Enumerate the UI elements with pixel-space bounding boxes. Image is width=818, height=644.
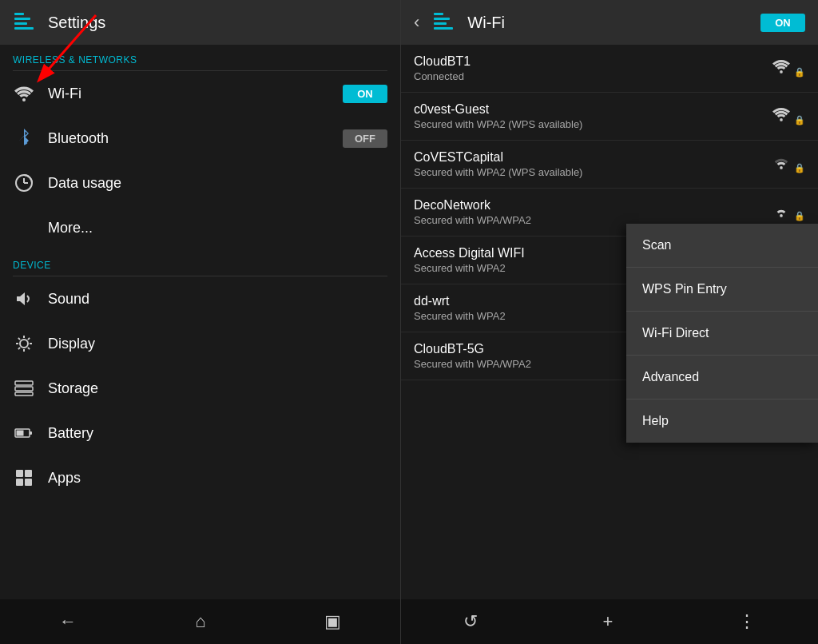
bluetooth-label: Bluetooth	[48, 130, 330, 147]
svg-rect-20	[15, 381, 33, 385]
wifi-back-button[interactable]: ‹	[414, 12, 419, 33]
svg-rect-31	[434, 18, 450, 20]
left-home-button[interactable]: ⌂	[179, 605, 221, 638]
svg-rect-24	[30, 431, 32, 435]
data-usage-label: Data usage	[48, 175, 387, 192]
svg-line-17	[28, 348, 30, 349]
svg-rect-3	[14, 27, 34, 30]
settings-header-icon	[13, 10, 38, 35]
network-covest-guest[interactable]: c0vest-Guest Secured with WPA2 (WPS avai…	[401, 93, 818, 141]
network-status: Connected	[414, 70, 805, 82]
settings-title: Settings	[48, 14, 105, 32]
network-name: c0vest-Guest	[414, 102, 805, 117]
svg-rect-33	[434, 27, 453, 30]
network-cloudbt1[interactable]: CloudBT1 Connected 🔒	[401, 45, 818, 93]
network-name: CoVESTCapital	[414, 150, 805, 165]
svg-rect-2	[14, 22, 27, 25]
svg-rect-30	[434, 13, 443, 15]
storage-label: Storage	[48, 380, 387, 397]
menu-wifi-direct[interactable]: Wi-Fi Direct	[626, 312, 818, 356]
svg-rect-0	[14, 13, 24, 15]
wireless-section: WIRELESS & NETWORKS Wi-Fi ON	[0, 45, 400, 250]
sound-label: Sound	[48, 291, 387, 308]
menu-scan[interactable]: Scan	[626, 224, 818, 268]
sound-icon	[13, 288, 35, 310]
right-nav-bar: ↺ + ⋮	[401, 599, 818, 644]
device-section-label: DEVICE	[0, 250, 400, 276]
more-icon	[13, 217, 35, 239]
svg-rect-32	[434, 22, 447, 25]
svg-rect-26	[16, 470, 23, 477]
wifi-header-icon	[432, 10, 458, 35]
left-recent-button[interactable]: ▣	[308, 605, 357, 638]
bluetooth-icon	[13, 127, 35, 149]
signal-icon: 🔒	[772, 58, 805, 78]
svg-line-16	[18, 338, 20, 340]
battery-item[interactable]: Battery	[0, 411, 400, 455]
svg-point-35	[780, 118, 783, 121]
svg-point-34	[780, 70, 783, 74]
svg-rect-21	[15, 387, 33, 391]
signal-icon: 🔒	[772, 106, 805, 126]
menu-help[interactable]: Help	[626, 400, 818, 443]
left-nav-bar: ← ⌂ ▣	[0, 599, 400, 644]
display-item[interactable]: Display	[0, 321, 400, 366]
signal-icon: 🔒	[772, 202, 805, 222]
wifi-panel-title: Wi-Fi	[467, 14, 751, 32]
svg-point-36	[780, 166, 783, 169]
more-options-button[interactable]: ⋮	[725, 605, 768, 638]
svg-line-18	[28, 338, 30, 340]
apps-icon	[13, 467, 35, 489]
bluetooth-item[interactable]: Bluetooth OFF	[0, 116, 400, 161]
battery-icon	[13, 422, 35, 444]
wifi-header: ‹ Wi-Fi ON	[401, 0, 818, 45]
device-section: DEVICE Sound	[0, 250, 400, 500]
context-menu: Scan WPS Pin Entry Wi-Fi Direct Advanced…	[626, 224, 818, 443]
svg-rect-25	[17, 431, 24, 436]
svg-line-19	[18, 348, 20, 349]
add-network-button[interactable]: +	[590, 605, 626, 638]
svg-rect-27	[25, 470, 32, 477]
wifi-toggle[interactable]: ON	[343, 85, 387, 103]
battery-label: Battery	[48, 425, 387, 442]
network-status: Secured with WPA2 (WPS available)	[414, 118, 805, 130]
wifi-panel: ‹ Wi-Fi ON CloudBT1 Connected	[401, 0, 818, 644]
more-label: More...	[48, 220, 387, 237]
apps-label: Apps	[48, 470, 387, 487]
wifi-panel-toggle[interactable]: ON	[760, 14, 805, 32]
wifi-icon	[13, 82, 35, 105]
wifi-label: Wi-Fi	[48, 85, 330, 102]
more-item[interactable]: More...	[0, 205, 400, 250]
network-name: DecoNetwork	[414, 198, 805, 213]
svg-rect-22	[15, 392, 33, 396]
storage-icon	[13, 377, 35, 400]
settings-header: Settings	[0, 0, 400, 45]
display-icon	[13, 332, 35, 355]
svg-marker-10	[17, 292, 25, 305]
svg-rect-1	[14, 18, 30, 20]
svg-rect-28	[16, 479, 23, 486]
network-name: CloudBT1	[414, 54, 805, 69]
svg-point-4	[22, 98, 26, 101]
left-back-button[interactable]: ←	[43, 605, 93, 638]
display-label: Display	[48, 336, 387, 352]
bluetooth-toggle[interactable]: OFF	[343, 129, 387, 148]
network-status: Secured with WPA2 (WPS available)	[414, 166, 805, 178]
storage-item[interactable]: Storage	[0, 366, 400, 411]
wifi-item[interactable]: Wi-Fi ON	[0, 71, 400, 116]
menu-advanced[interactable]: Advanced	[626, 356, 818, 400]
data-usage-icon	[13, 172, 35, 194]
svg-point-37	[780, 214, 783, 217]
apps-item[interactable]: Apps	[0, 455, 400, 500]
svg-point-11	[20, 340, 28, 348]
refresh-button[interactable]: ↺	[451, 605, 490, 638]
svg-rect-29	[25, 479, 32, 486]
data-usage-item[interactable]: Data usage	[0, 161, 400, 205]
sound-item[interactable]: Sound	[0, 276, 400, 321]
menu-wps-pin[interactable]: WPS Pin Entry	[626, 268, 818, 312]
signal-icon: 🔒	[772, 154, 805, 174]
wireless-section-label: WIRELESS & NETWORKS	[0, 45, 400, 70]
network-covestcapital[interactable]: CoVESTCapital Secured with WPA2 (WPS ava…	[401, 141, 818, 189]
settings-panel: Settings WIRELESS & NETWORKS Wi-Fi ON	[0, 0, 401, 644]
